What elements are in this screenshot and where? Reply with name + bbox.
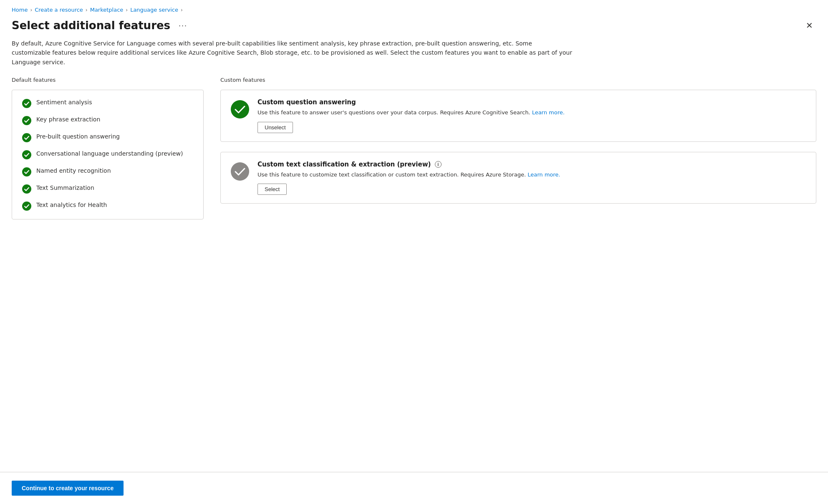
continue-button[interactable]: Continue to create your resource <box>12 481 124 496</box>
check-icon-conv-lang <box>22 150 31 159</box>
breadcrumb-sep-3: › <box>126 7 128 13</box>
svg-point-1 <box>22 116 31 125</box>
select-button-text-classification[interactable]: Select <box>257 184 287 195</box>
more-options-button[interactable]: ··· <box>175 20 191 32</box>
svg-point-7 <box>231 100 249 118</box>
page-title: Select additional features <box>12 19 170 32</box>
card-content-question-answering: Custom question answering Use this featu… <box>257 98 806 133</box>
breadcrumb-language-service[interactable]: Language service <box>130 7 178 13</box>
feature-item-summarization: Text Summarization <box>22 184 193 194</box>
check-icon-ner <box>22 167 31 176</box>
feature-item-keyphrase: Key phrase extraction <box>22 116 193 125</box>
feature-name-ner: Named entity recognition <box>36 167 111 175</box>
check-icon-keyphrase <box>22 116 31 125</box>
header-left: Select additional features ··· <box>12 19 191 32</box>
feature-item-ner: Named entity recognition <box>22 167 193 176</box>
close-button[interactable]: ✕ <box>803 19 816 32</box>
feature-name-prebuilt: Pre-built question answering <box>36 133 120 141</box>
left-column: Default features Sentiment analysis Key … <box>12 77 204 219</box>
feature-name-keyphrase: Key phrase extraction <box>36 116 100 124</box>
check-icon-health <box>22 202 31 211</box>
breadcrumb-create-resource[interactable]: Create a resource <box>35 7 83 13</box>
card-desc-text-classification: Use this feature to customize text class… <box>257 171 806 179</box>
card-title-question-answering: Custom question answering <box>257 98 806 106</box>
breadcrumb-sep-4: › <box>181 7 183 13</box>
svg-point-3 <box>22 150 31 159</box>
svg-point-2 <box>22 133 31 142</box>
svg-point-4 <box>22 167 31 176</box>
svg-point-6 <box>22 202 31 211</box>
card-desc-text-classification-text: Use this feature to customize text class… <box>257 171 528 178</box>
feature-name-sentiment: Sentiment analysis <box>36 98 92 107</box>
footer: Continue to create your resource <box>0 472 828 504</box>
page-header: Select additional features ··· ✕ <box>0 17 828 39</box>
custom-features-label: Custom features <box>220 77 816 83</box>
breadcrumb-sep-2: › <box>86 7 88 13</box>
breadcrumb: Home › Create a resource › Marketplace ›… <box>0 0 828 17</box>
card-custom-text-classification: Custom text classification & extraction … <box>220 152 816 204</box>
svg-point-5 <box>22 184 31 194</box>
card-content-text-classification: Custom text classification & extraction … <box>257 161 806 195</box>
svg-point-0 <box>22 99 31 108</box>
check-icon-prebuilt <box>22 133 31 142</box>
feature-item-health: Text analytics for Health <box>22 201 193 211</box>
feature-item-sentiment: Sentiment analysis <box>22 98 193 108</box>
card-title-text-classification: Custom text classification & extraction … <box>257 161 806 168</box>
feature-item-prebuilt: Pre-built question answering <box>22 133 193 142</box>
right-column: Custom features Custom question answerin… <box>220 77 816 219</box>
card-title-text-classification-text: Custom text classification & extraction … <box>257 161 431 168</box>
svg-point-8 <box>231 162 249 181</box>
info-icon-text-classification[interactable]: i <box>435 161 442 168</box>
default-features-box: Sentiment analysis Key phrase extraction… <box>12 90 204 219</box>
check-icon-summarization <box>22 184 31 194</box>
breadcrumb-home[interactable]: Home <box>12 7 28 13</box>
card-desc-text-question-answering: Use this feature to answer user's questi… <box>257 109 532 116</box>
check-icon-sentiment <box>22 99 31 108</box>
card-custom-question-answering: Custom question answering Use this featu… <box>220 90 816 142</box>
page-container: Home › Create a resource › Marketplace ›… <box>0 0 828 504</box>
breadcrumb-sep-1: › <box>30 7 32 13</box>
card-learn-more-text-classification[interactable]: Learn more. <box>528 171 560 178</box>
feature-name-conv-lang: Conversational language understanding (p… <box>36 150 183 158</box>
unselect-button-question-answering[interactable]: Unselect <box>257 122 293 133</box>
content-area: Default features Sentiment analysis Key … <box>0 77 828 219</box>
default-features-label: Default features <box>12 77 204 83</box>
page-description: By default, Azure Cognitive Service for … <box>0 39 584 77</box>
feature-item-conv-lang: Conversational language understanding (p… <box>22 150 193 159</box>
feature-name-health: Text analytics for Health <box>36 201 107 209</box>
card-icon-question-answering <box>231 100 249 118</box>
card-icon-text-classification <box>231 162 249 181</box>
card-desc-question-answering: Use this feature to answer user's questi… <box>257 108 806 117</box>
feature-name-summarization: Text Summarization <box>36 184 94 192</box>
card-learn-more-question-answering[interactable]: Learn more. <box>532 109 565 116</box>
breadcrumb-marketplace[interactable]: Marketplace <box>90 7 124 13</box>
